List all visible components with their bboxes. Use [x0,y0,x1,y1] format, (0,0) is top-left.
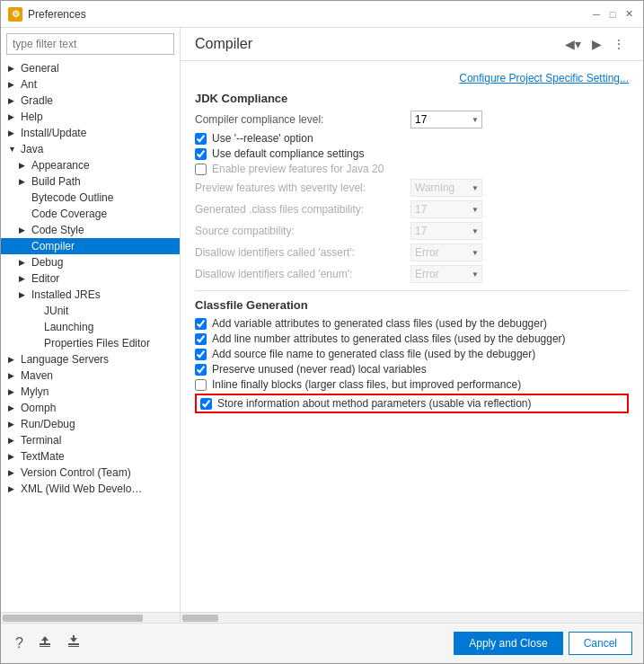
sidebar-item-ant[interactable]: ▶ Ant [1,76,180,93]
enable-preview-checkbox[interactable] [195,164,207,175]
sidebar-item-label: Language Servers [21,353,172,366]
sidebar-item-editor[interactable]: ▶ Editor [1,270,180,287]
preview-severity-row: Preview features with severity level: Wa… [195,179,629,197]
sidebar-item-debug[interactable]: ▶ Debug [1,254,180,270]
panel-scrollbar-thumb[interactable] [182,615,218,622]
use-release-checkbox[interactable] [195,133,207,145]
sidebar-item-properties-files-editor[interactable]: Properties Files Editor [1,335,180,351]
cancel-button[interactable]: Cancel [569,632,632,655]
sidebar-item-label: Run/Debug [21,418,172,430]
sidebar-item-version-control[interactable]: ▶ Version Control (Team) [1,465,180,481]
svg-rect-4 [68,646,79,647]
close-button[interactable]: ✕ [622,7,636,22]
sidebar-item-label: Install/Update [21,127,172,139]
sidebar-item-install-update[interactable]: ▶ Install/Update [1,125,180,141]
sidebar-item-code-style[interactable]: ▶ Code Style [1,222,180,238]
help-button[interactable]: ? [12,632,27,655]
sidebar-item-label: General [21,62,172,75]
sidebar-item-code-coverage[interactable]: Code Coverage [1,206,180,222]
sidebar-item-help[interactable]: ▶ Help [1,109,180,125]
inline-finally-checkbox[interactable] [195,379,207,391]
preview-severity-select[interactable]: Warning [410,179,482,197]
svg-marker-2 [41,636,49,643]
source-compat-select[interactable]: 17 [410,222,482,240]
enable-preview-row: Enable preview features for Java 20 [195,163,629,175]
svg-marker-5 [70,635,77,642]
panel-title: Compiler [195,36,252,52]
sidebar-item-label: Version Control (Team) [21,466,172,479]
sidebar-item-junit[interactable]: JUnit [1,303,180,319]
filter-input[interactable] [6,33,174,55]
generated-class-select[interactable]: 17 [410,200,482,218]
arrow-icon: ▶ [8,420,17,429]
nav-back-button[interactable]: ◀▾ [561,35,585,53]
sidebar-item-compiler[interactable]: Compiler [1,238,180,254]
sidebar-item-language-servers[interactable]: ▶ Language Servers [1,351,180,367]
use-default-compliance-label: Use default compliance settings [212,147,364,160]
maximize-button[interactable]: □ [605,7,620,22]
sidebar-item-label: Properties Files Editor [44,337,172,350]
sidebar-item-label: Help [21,111,172,123]
compliance-level-select[interactable]: 17 [410,111,482,128]
preserve-unused-checkbox[interactable] [195,364,207,376]
add-line-number-label: Add line number attributes to generated … [212,332,566,345]
preserve-unused-row: Preserve unused (never read) local varia… [195,363,629,376]
right-panel: Compiler ◀▾ ▶ ⋮ Configure Project Specif… [181,28,643,623]
minimize-button[interactable]: ─ [589,7,604,22]
sidebar-item-oomph[interactable]: ▶ Oomph [1,400,180,416]
add-source-file-row: Add source file name to generated class … [195,348,629,360]
sidebar-item-mylyn[interactable]: ▶ Mylyn [1,384,180,400]
sidebar-scrollbar[interactable] [1,612,180,623]
sidebar-item-label: Compiler [31,240,172,252]
disallow-assert-select[interactable]: Error [410,243,482,261]
sidebar-item-label: Appearance [31,159,172,172]
arrow-icon: ▶ [8,452,17,461]
export-button[interactable] [34,631,56,656]
add-line-number-checkbox[interactable] [195,333,207,345]
sidebar-item-textmate[interactable]: ▶ TextMate [1,448,180,465]
import-button[interactable] [63,631,84,656]
store-method-params-checkbox[interactable] [200,398,212,410]
content-area: ▶ General ▶ Ant ▶ Gradle ▶ Help [1,28,643,663]
sidebar-item-label: Debug [31,256,172,269]
sidebar-item-gradle[interactable]: ▶ Gradle [1,93,180,109]
use-default-compliance-checkbox[interactable] [195,148,207,160]
arrow-icon: ▶ [8,128,17,137]
sidebar-item-label: Code Style [31,224,172,236]
panel-content: Configure Project Specific Setting... JD… [181,61,643,612]
nav-forward-button[interactable]: ▶ [588,35,605,53]
source-compat-select-wrapper: 17 [410,222,482,240]
sidebar-item-installed-jres[interactable]: ▶ Installed JREs [1,287,180,303]
panel-scrollbar[interactable] [181,612,643,623]
arrow-icon: ▶ [8,80,17,89]
disallow-enum-select[interactable]: Error [410,265,482,283]
arrow-icon: ▶ [8,468,17,477]
sidebar-item-bytecode-outline[interactable]: Bytecode Outline [1,190,180,206]
svg-rect-3 [68,643,79,645]
arrow-icon: ▶ [8,96,17,105]
sidebar-item-maven[interactable]: ▶ Maven [1,367,180,384]
inline-finally-row: Inline finally blocks (larger class file… [195,378,629,391]
sidebar-item-xml[interactable]: ▶ XML (Wild Web Develo… [1,481,180,497]
arrow-icon: ▶ [8,387,17,396]
sidebar-item-java[interactable]: ▼ Java [1,141,180,157]
add-variable-attrs-checkbox[interactable] [195,318,207,330]
sidebar-item-label: Editor [31,272,172,285]
arrow-icon: ▶ [19,274,28,283]
nav-menu-button[interactable]: ⋮ [609,35,629,53]
sidebar-item-build-path[interactable]: ▶ Build Path [1,173,180,190]
arrow-icon: ▶ [8,436,17,445]
use-release-row: Use '--release' option [195,132,629,145]
apply-close-button[interactable]: Apply and Close [454,632,562,655]
add-source-file-checkbox[interactable] [195,349,207,360]
bottom-bar: ? Apply and Close [1,623,643,663]
sidebar-item-run-debug[interactable]: ▶ Run/Debug [1,416,180,432]
sidebar-item-terminal[interactable]: ▶ Terminal [1,432,180,448]
sidebar-scrollbar-thumb[interactable] [3,615,143,622]
sidebar-item-general[interactable]: ▶ General [1,60,180,76]
sidebar-item-launching[interactable]: Launching [1,319,180,335]
sidebar-item-appearance[interactable]: ▶ Appearance [1,157,180,173]
configure-project-link[interactable]: Configure Project Specific Setting... [459,72,629,84]
preferences-window: ⚙ Preferences ─ □ ✕ ▶ General ▶ [0,0,644,664]
use-default-compliance-row: Use default compliance settings [195,147,629,160]
